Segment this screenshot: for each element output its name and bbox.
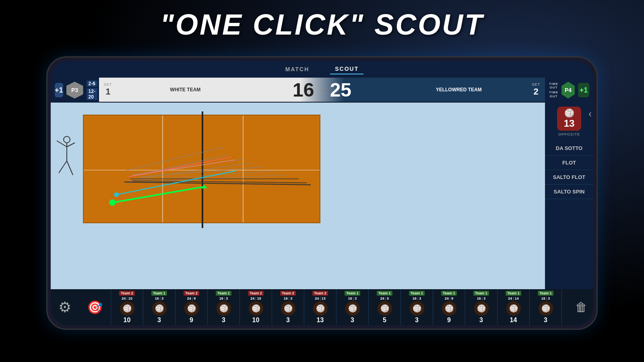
team-white-label: WHITE TEAM <box>117 87 254 93</box>
svg-point-21 <box>109 200 116 206</box>
player-role: OPPOSITE <box>558 132 580 136</box>
plus-one-left-button[interactable]: +1 <box>55 83 63 97</box>
score-separator: - <box>318 82 327 97</box>
nav-arrow-right[interactable]: ‹ <box>588 108 592 119</box>
bottom-item-3[interactable]: Team 116|3🏐3 <box>208 289 240 325</box>
bottom-item-12[interactable]: Team 124|14🏐14 <box>497 289 530 325</box>
svg-line-20 <box>112 187 204 202</box>
bottom-item-10[interactable]: Team 124|9🏐9 <box>433 289 465 325</box>
svg-line-15 <box>124 182 311 185</box>
set-scores: 2-6 12-20 <box>87 80 97 100</box>
svg-line-2 <box>57 141 67 147</box>
trash-icon: 🗑 <box>575 300 587 314</box>
svg-line-17 <box>132 160 235 175</box>
set1-info: SET 1 <box>99 82 117 97</box>
bottom-item-1[interactable]: Team 116|3🏐3 <box>143 289 175 325</box>
settings-button[interactable]: ⚙ <box>51 293 79 321</box>
top-nav: MATCH SCOUT <box>51 61 593 78</box>
bottom-item-6[interactable]: Team 224|13🏐13 <box>304 289 336 325</box>
bottom-item-13[interactable]: Team 116|3🏐3 <box>530 289 562 325</box>
svg-point-19 <box>114 192 119 197</box>
right-panel: 🏐 13 OPPOSITE ‹ DA SOTTO FLOT SALTO FLOT… <box>545 103 593 289</box>
bottom-item-7[interactable]: Team 116|3🏐3 <box>336 289 369 325</box>
serve-da-sotto[interactable]: DA SOTTO <box>545 141 593 156</box>
svg-line-4 <box>59 161 67 173</box>
team-yellow-label: YELLOWRED TEAM <box>390 87 527 93</box>
bottom-item-9[interactable]: Team 116|3🏐3 <box>401 289 433 325</box>
player-number-badge: 🏐 13 <box>557 107 581 131</box>
timeout1-label[interactable]: TIME OUT <box>549 82 558 90</box>
phone-screen: MATCH SCOUT +1 P3 2-6 12-20 SET 1 WHITE … <box>51 61 593 325</box>
serve-salto-flot[interactable]: SALTO FLOT <box>545 170 593 185</box>
bottom-item-14[interactable]: Team 124|5🏐5 <box>562 289 569 325</box>
score-yellow: 25 <box>326 79 355 101</box>
svg-line-9 <box>136 163 251 179</box>
action-icon: 🎯 <box>87 300 103 315</box>
bottom-item-2[interactable]: Team 224|9🏐9 <box>175 289 208 325</box>
action-icon-item[interactable]: 🎯 <box>79 289 111 325</box>
svg-line-16 <box>128 157 231 177</box>
player-icon: 🏐 <box>564 108 574 118</box>
svg-point-0 <box>64 136 70 143</box>
serve-salto-spin[interactable]: SALTO SPIN <box>545 185 593 199</box>
player-figure <box>51 135 83 183</box>
score-bar: SET 1 WHITE TEAM 16 - 25 YELLOWRED TEAM … <box>99 78 545 102</box>
left-controls: +1 P3 2-6 12-20 <box>51 78 99 103</box>
nav-match[interactable]: MATCH <box>281 64 314 74</box>
bottom-item-8[interactable]: Team 124|5🏐5 <box>369 289 401 325</box>
main-court-area <box>51 103 545 289</box>
player-number: 13 <box>564 118 575 129</box>
delete-button[interactable]: 🗑 <box>569 295 593 319</box>
svg-line-6 <box>124 147 223 171</box>
phone-frame: MATCH SCOUT +1 P3 2-6 12-20 SET 1 WHITE … <box>46 56 598 330</box>
bottom-strip: ⚙ 🎯 Team 224|10🏐10Team 116|3🏐3Team 224|9… <box>51 289 593 325</box>
bottom-item-5[interactable]: Team 216|3🏐3 <box>272 289 304 325</box>
player-p4-badge: P4 <box>561 82 575 99</box>
bottom-item-11[interactable]: Team 116|3🏐3 <box>465 289 497 325</box>
svg-line-8 <box>132 159 244 175</box>
svg-line-7 <box>128 155 227 177</box>
set2-info: SET 2 <box>527 82 545 97</box>
page-title: "ONE CLICK" SCOUT <box>160 8 484 41</box>
svg-line-5 <box>67 161 73 175</box>
timeout-buttons: TIME OUT TIME OUT <box>549 82 558 98</box>
svg-line-14 <box>132 181 307 183</box>
nav-scout[interactable]: SCOUT <box>330 64 363 74</box>
serve-flot[interactable]: FLOT <box>545 156 593 170</box>
timeout2-label[interactable]: TIME OUT <box>549 90 558 98</box>
svg-line-3 <box>67 143 75 147</box>
court-line-v3 <box>243 115 244 222</box>
player-p3-badge: P3 <box>66 82 83 99</box>
net-pole <box>202 111 203 228</box>
plus-one-right-button[interactable]: +1 <box>578 83 589 97</box>
score-white: 16 <box>289 79 318 101</box>
volleyball-court[interactable] <box>83 115 320 223</box>
court-line-v1 <box>162 115 163 222</box>
score-section: 16 - 25 <box>254 79 390 101</box>
right-controls: TIME OUT TIME OUT P4 +1 <box>545 78 593 103</box>
svg-line-12 <box>126 175 287 183</box>
svg-line-18 <box>116 171 235 195</box>
gear-icon: ⚙ <box>58 299 71 316</box>
bottom-items-list: Team 224|10🏐10Team 116|3🏐3Team 224|9🏐9Te… <box>111 289 569 325</box>
bottom-item-0[interactable]: Team 224|10🏐10 <box>111 289 143 325</box>
bottom-item-4[interactable]: Team 224|10🏐10 <box>240 289 272 325</box>
